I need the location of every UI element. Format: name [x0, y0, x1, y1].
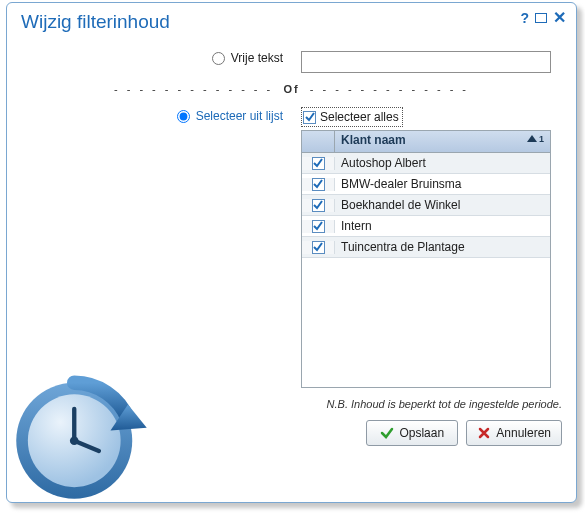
cross-icon [477, 426, 491, 440]
svg-point-4 [70, 436, 79, 445]
row-checkbox[interactable] [302, 178, 335, 191]
select-all-label: Selecteer alles [320, 110, 399, 124]
save-button[interactable]: Opslaan [366, 420, 458, 446]
close-icon[interactable]: ✕ [553, 11, 566, 25]
table-row[interactable]: BMW-dealer Bruinsma [302, 174, 550, 195]
table-row[interactable]: Boekhandel de Winkel [302, 195, 550, 216]
row-checkbox[interactable] [302, 241, 335, 254]
row-name: Tuincentra de Plantage [335, 240, 550, 254]
sort-indicator: 1 [527, 134, 544, 144]
radio-select-list-label: Selecteer uit lijst [196, 109, 283, 123]
radio-select-list[interactable]: Selecteer uit lijst [177, 109, 283, 123]
items-grid: Klant naam 1 Autoshop AlbertBMW-dealer B… [301, 130, 551, 388]
maximize-icon[interactable] [535, 13, 547, 23]
row-checkbox[interactable] [302, 220, 335, 233]
row-checkbox[interactable] [302, 199, 335, 212]
select-all-checkbox[interactable]: Selecteer alles [301, 107, 403, 127]
grid-header-name-col[interactable]: Klant naam 1 [335, 131, 550, 152]
table-row[interactable]: Autoshop Albert [302, 153, 550, 174]
radio-free-text-input[interactable] [212, 52, 225, 65]
free-text-input[interactable] [301, 51, 551, 73]
cancel-button[interactable]: Annuleren [466, 420, 562, 446]
dialog-title: Wijzig filterinhoud [21, 11, 170, 33]
radio-free-text-label: Vrije tekst [231, 51, 283, 65]
row-name: BMW-dealer Bruinsma [335, 177, 550, 191]
row-name: Intern [335, 219, 550, 233]
help-icon[interactable]: ? [520, 11, 529, 25]
grid-header-checkbox-col[interactable] [302, 131, 335, 152]
check-icon [380, 426, 394, 440]
radio-free-text[interactable]: Vrije tekst [212, 51, 283, 65]
row-name: Autoshop Albert [335, 156, 550, 170]
row-name: Boekhandel de Winkel [335, 198, 550, 212]
checkbox-icon [303, 111, 316, 124]
row-checkbox[interactable] [302, 157, 335, 170]
table-row[interactable]: Intern [302, 216, 550, 237]
radio-select-list-input[interactable] [177, 110, 190, 123]
clock-icon [9, 361, 154, 506]
table-row[interactable]: Tuincentra de Plantage [302, 237, 550, 258]
separator: - - - - - - - - - - - - - Of - - - - - -… [21, 83, 562, 95]
